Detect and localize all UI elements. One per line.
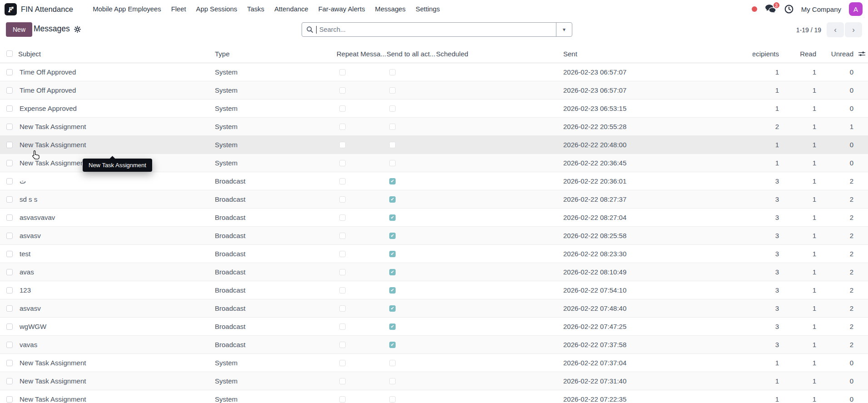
- nav-item-messages[interactable]: Messages: [370, 0, 411, 18]
- column-header-send-to-all[interactable]: Send to all act...: [387, 50, 436, 58]
- optional-columns-icon[interactable]: [855, 51, 868, 57]
- row-checkbox[interactable]: [6, 124, 13, 130]
- caret-down-icon: ▾: [563, 26, 565, 33]
- table-row[interactable]: New Task Assignment System 2026-02-22 07…: [0, 354, 868, 372]
- nav-item-app-sessions[interactable]: App Sessions: [191, 0, 242, 18]
- table-row[interactable]: Time Off Approved System 2026-02-23 06:5…: [0, 81, 868, 100]
- row-checkbox[interactable]: [6, 105, 13, 112]
- activity-indicator-dot[interactable]: [752, 6, 757, 12]
- table-row[interactable]: vavas Broadcast ✔ 2026-02-22 07:37:58 3 …: [0, 336, 868, 354]
- app-brand[interactable]: F FIN Attendance: [5, 3, 73, 15]
- gear-icon[interactable]: [74, 26, 81, 33]
- row-checkbox[interactable]: [6, 196, 13, 203]
- row-checkbox[interactable]: [6, 178, 13, 184]
- column-header-recipients[interactable]: Recipients: [753, 50, 781, 58]
- table-row[interactable]: test Broadcast ✔ 2026-02-22 08:23:30 3 1…: [0, 245, 868, 263]
- nav-item-tasks[interactable]: Tasks: [242, 0, 269, 18]
- cell-scheduled: [436, 372, 563, 390]
- nav-item-far-away-alerts[interactable]: Far-away Alerts: [313, 0, 370, 18]
- pager-next-button[interactable]: ›: [845, 22, 862, 37]
- table-row[interactable]: asvasv Broadcast ✔ 2026-02-22 07:48:40 3…: [0, 299, 868, 318]
- cell-recipients: 3: [753, 209, 781, 226]
- nav-item-mobile-app-employees[interactable]: Mobile App Employees: [88, 0, 166, 18]
- row-checkbox[interactable]: [6, 269, 13, 275]
- table-row[interactable]: Expense Approved System 2026-02-23 06:53…: [0, 100, 868, 118]
- cell-sent: 2026-02-22 07:31:40: [563, 372, 753, 390]
- cell-subject: vavas: [18, 336, 215, 353]
- nav-item-fleet[interactable]: Fleet: [166, 0, 191, 18]
- row-checkbox[interactable]: [6, 396, 13, 403]
- pager-previous-button[interactable]: ‹: [827, 22, 844, 37]
- send-to-all-checkbox: [389, 105, 396, 112]
- nav-item-attendance[interactable]: Attendance: [269, 0, 313, 18]
- send-to-all-checkbox: [389, 142, 396, 148]
- table-row[interactable]: New Task Assignment System 2026-02-22 07…: [0, 390, 868, 403]
- cell-unread: 1: [818, 118, 855, 135]
- send-to-all-checkbox: ✔: [389, 342, 396, 348]
- table-row[interactable]: sd s s Broadcast ✔ 2026-02-22 08:27:37 3…: [0, 190, 868, 209]
- column-header-sent[interactable]: Sent: [563, 50, 753, 58]
- row-checkbox[interactable]: [6, 251, 13, 257]
- cell-read: 1: [781, 281, 818, 299]
- repeat-message-checkbox: [339, 251, 346, 257]
- row-checkbox[interactable]: [6, 69, 13, 75]
- nav-item-settings[interactable]: Settings: [411, 0, 445, 18]
- table-row[interactable]: avas Broadcast ✔ 2026-02-22 08:10:49 3 1…: [0, 263, 868, 281]
- row-checkbox[interactable]: [6, 287, 13, 294]
- row-checkbox[interactable]: [6, 305, 13, 312]
- cell-type: System: [215, 154, 337, 172]
- cell-type: Broadcast: [215, 245, 337, 263]
- row-checkbox[interactable]: [6, 233, 13, 239]
- table-row[interactable]: New Task Assignment System 2026-02-22 07…: [0, 372, 868, 390]
- cell-scheduled: [436, 245, 563, 263]
- column-header-repeat-message[interactable]: Repeat Messa...: [337, 50, 387, 58]
- cell-read: 1: [781, 263, 818, 281]
- cell-subject: Time Off Approved: [18, 63, 215, 81]
- repeat-message-checkbox: [339, 342, 346, 348]
- send-to-all-checkbox: ✔: [389, 269, 396, 275]
- column-header-read[interactable]: Read: [781, 50, 818, 58]
- column-header-subject[interactable]: Subject: [18, 50, 215, 58]
- cell-recipients: 1: [753, 81, 781, 99]
- search-input[interactable]: Search...: [302, 23, 556, 36]
- row-checkbox[interactable]: [6, 323, 13, 330]
- select-all-checkbox[interactable]: [6, 50, 13, 57]
- table-row[interactable]: asvasvavav Broadcast ✔ 2026-02-22 08:27:…: [0, 209, 868, 227]
- cell-subject: asvasvavav: [18, 209, 215, 226]
- table-row[interactable]: Time Off Approved System 2026-02-23 06:5…: [0, 63, 868, 81]
- row-checkbox[interactable]: [6, 360, 13, 366]
- table-row[interactable]: 123 Broadcast ✔ 2026-02-22 07:54:10 3 1 …: [0, 281, 868, 299]
- cell-recipients: 1: [753, 354, 781, 372]
- column-header-unread[interactable]: Unread: [818, 50, 855, 58]
- navbar-right: 3 My Company A: [752, 2, 863, 16]
- search-dropdown-toggle[interactable]: ▾: [556, 23, 572, 36]
- cell-sent: 2026-02-23 06:53:15: [563, 100, 753, 117]
- table-row[interactable]: New Task Assignment System 2026-02-22 20…: [0, 118, 868, 136]
- column-header-type[interactable]: Type: [215, 50, 337, 58]
- table-row[interactable]: ت Broadcast ✔ 2026-02-22 20:36:01 3 1 2: [0, 172, 868, 190]
- table-row[interactable]: New Task Assignment System 2026-02-22 20…: [0, 136, 868, 154]
- row-checkbox[interactable]: [6, 142, 13, 148]
- cell-read: 1: [781, 136, 818, 154]
- cell-type: Broadcast: [215, 336, 337, 353]
- cell-read: 1: [781, 336, 818, 353]
- table-row[interactable]: asvasv Broadcast ✔ 2026-02-22 08:25:58 3…: [0, 227, 868, 245]
- company-switcher[interactable]: My Company: [801, 5, 841, 13]
- control-panel: New Messages Search.: [0, 18, 868, 41]
- cell-read: 1: [781, 63, 818, 81]
- view-title-group: Messages: [34, 24, 81, 34]
- cell-sent: 2026-02-22 20:55:28: [563, 118, 753, 135]
- cell-sent: 2026-02-23 06:57:07: [563, 63, 753, 81]
- column-header-scheduled[interactable]: Scheduled: [436, 50, 563, 58]
- cell-recipients: 2: [753, 118, 781, 135]
- user-avatar[interactable]: A: [849, 2, 863, 16]
- row-checkbox[interactable]: [6, 160, 13, 166]
- row-checkbox[interactable]: [6, 214, 13, 221]
- new-button[interactable]: New: [6, 22, 32, 37]
- messages-icon[interactable]: 3: [765, 4, 777, 14]
- table-row[interactable]: wgWGW Broadcast ✔ 2026-02-22 07:47:25 3 …: [0, 318, 868, 336]
- row-checkbox[interactable]: [6, 342, 13, 348]
- clock-icon[interactable]: [784, 5, 794, 14]
- row-checkbox[interactable]: [6, 378, 13, 384]
- row-checkbox[interactable]: [6, 87, 13, 94]
